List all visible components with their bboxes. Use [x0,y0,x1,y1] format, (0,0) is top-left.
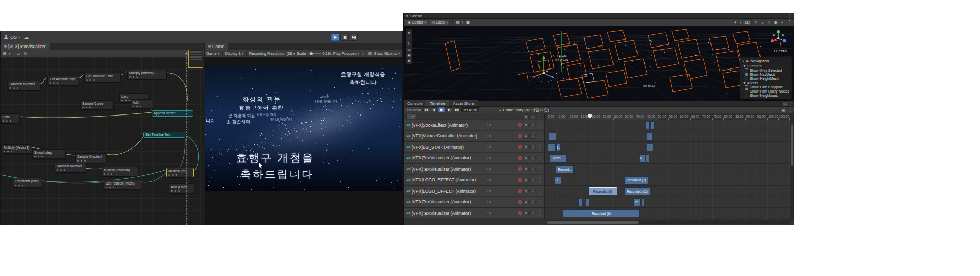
node-port[interactable] [38,156,39,157]
vfx-node[interactable]: Multiply (Int) [166,168,194,177]
mute-audio-icon[interactable]: ♪ [361,51,366,56]
timeline-clip[interactable]: Recorded (6) [563,209,640,217]
preview-toggle[interactable]: Preview [406,108,422,112]
node-port[interactable] [13,87,15,89]
timeline-clip[interactable]: R... [556,143,560,151]
timeline-clip[interactable]: R... [640,154,645,163]
timeline-clip[interactable]: Re... [633,198,641,206]
vfx-node[interactable]: Set Position (Mesh) [104,180,141,190]
timeline-track-header[interactable]: ▸=[VFX]StrokeEffect (Animator)⊙≡▭⋮ [404,120,544,130]
node-port[interactable] [34,156,36,157]
vfx-node[interactable]: Multiply (Interval) [127,70,167,79]
nav-row[interactable]: Show Path Polygons [745,85,790,89]
timeline-clip[interactable] [642,198,644,206]
vfx-node[interactable]: Smoothstep [32,149,66,159]
nav-row[interactable]: Show HeightMesh [745,77,790,80]
timeline-clip[interactable] [646,154,650,163]
vfx-node[interactable]: Time [1,113,20,123]
vfx-node[interactable]: Transform (Pos) [13,178,42,188]
node-port[interactable] [109,187,111,188]
track-mute-icon[interactable]: ▭ [530,189,536,193]
vfx-node[interactable]: Append Vector [152,110,193,117]
slider-knob[interactable] [310,52,313,55]
playhead[interactable] [590,113,590,220]
account-dropdown[interactable]: DS ▾ [4,34,20,40]
nav-row[interactable]: Show Path Query Nodes [745,89,790,93]
game-target-dropdown[interactable]: Game▾ [206,51,219,56]
add-track-button[interactable]: +▾ [406,114,416,119]
checkbox[interactable] [745,85,748,89]
view-tool-icon[interactable]: ◈ [408,31,410,35]
play-button[interactable]: ▶ [331,34,339,41]
vertical-scrollbar[interactable] [790,113,794,220]
display-dropdown[interactable]: Display 1▾ [225,51,243,56]
record-toggle[interactable] [518,123,522,127]
node-port[interactable] [178,190,180,192]
timeline-clip[interactable]: Recorded (8) [589,187,617,195]
track-mute-icon[interactable]: ▭ [530,167,536,171]
play-focused-dropdown[interactable]: Play Focused▾ [333,51,359,56]
timeline-clip[interactable]: Recorded (11) [624,187,650,195]
more-menu-icon[interactable]: ⋮ [787,19,792,25]
node-port[interactable] [18,185,20,186]
record-toggle[interactable] [518,178,522,182]
timeline-track-header[interactable]: ▸=[VFX]LOGO_EFFECT (Animator)⊙≡▭⋮ [404,175,544,186]
projection-label[interactable]: ‹ Persp [773,49,787,53]
node-port[interactable] [121,100,123,101]
nav-row[interactable]: Show Only Selected [745,68,790,72]
node-port[interactable] [86,79,88,81]
tab-vfx-textvisualizer[interactable]: [VFX]TextVisualizer [1,43,50,50]
track-menu-icon[interactable]: ⋮ [537,167,542,171]
node-port[interactable] [82,107,84,108]
scroll-thumb[interactable] [791,125,793,166]
timeline-lane[interactable]: Recorded (6) [545,208,790,218]
node-port[interactable] [64,169,65,171]
node-port[interactable] [41,156,43,157]
node-port[interactable] [57,169,58,171]
node-port[interactable] [7,151,9,152]
snap-icon[interactable]: ▣ [465,19,471,25]
node-port[interactable] [133,106,134,107]
track-curves-icon[interactable]: ≡ [523,167,529,171]
record-toggle[interactable] [518,189,522,193]
track-mute-icon[interactable]: ▭ [530,178,536,182]
track-curves-icon[interactable]: ≡ [523,200,529,204]
node-port[interactable] [106,187,107,188]
track-list-menu-icon[interactable]: ⋮ [537,114,542,119]
timeline-lane[interactable]: Record... [545,164,790,174]
orientation-gizmo[interactable] [769,29,788,48]
resolution-dropdown[interactable]: Recording Resolution (38▾ [249,51,295,56]
clips-area[interactable]: 0,005,0010,0015,0020,0025,0030,0035,0040… [545,113,790,220]
vfx-node[interactable]: Sample Curve [80,100,114,110]
node-port[interactable] [77,160,79,162]
node-port[interactable] [111,173,112,175]
sequence-selector[interactable]: ≡ EntireStory (02.타임라인) [499,107,549,113]
timeline-clip[interactable] [548,143,556,151]
goto-start-button[interactable]: ▮◀ [423,107,429,112]
timeline-track-header[interactable]: ▸=[VFX]BG_STAR (Animator)⊙≡▭⋮ [404,142,544,152]
timeline-lane[interactable]: Recorded (8)Recorded (11) [545,186,790,196]
vsync-icon[interactable]: ▦ [368,51,373,56]
vfx-node[interactable]: Add [131,99,153,109]
track-curves-icon[interactable]: ≡ [523,123,529,127]
vfx-node[interactable]: Multiply (Position) [102,167,138,176]
timeline-lane[interactable] [545,131,790,142]
node-port[interactable] [176,174,177,176]
curves-view-icon[interactable]: ▭ [530,114,536,119]
timeline-lane[interactable]: R... [545,142,790,152]
gizmos-dropdown[interactable]: Gizmos▾ [384,51,400,56]
node-port[interactable] [3,120,4,122]
pause-button[interactable]: ▮▮ [340,34,349,41]
node-port[interactable] [10,87,11,89]
timeline-track-header[interactable]: ▸=[VFX]TextVisualizer (Animator)⊙≡▭⋮ [404,208,544,218]
vfx-node[interactable]: Sample Gradient [75,153,107,163]
node-port[interactable] [175,190,176,192]
orientation-dropdown[interactable]: ◎Local▾ [430,19,450,25]
node-port[interactable] [57,82,58,84]
vfx-node[interactable]: Random Number [55,163,86,172]
vfx-graph-canvas[interactable]: Random NumberGet Attribute: ageGet Timel… [1,57,204,225]
timeline-end-marker[interactable] [659,113,659,220]
track-menu-icon[interactable]: ⋮ [537,178,542,182]
node-port[interactable] [104,173,105,175]
rect-tool-icon[interactable]: ▣ [407,53,411,57]
